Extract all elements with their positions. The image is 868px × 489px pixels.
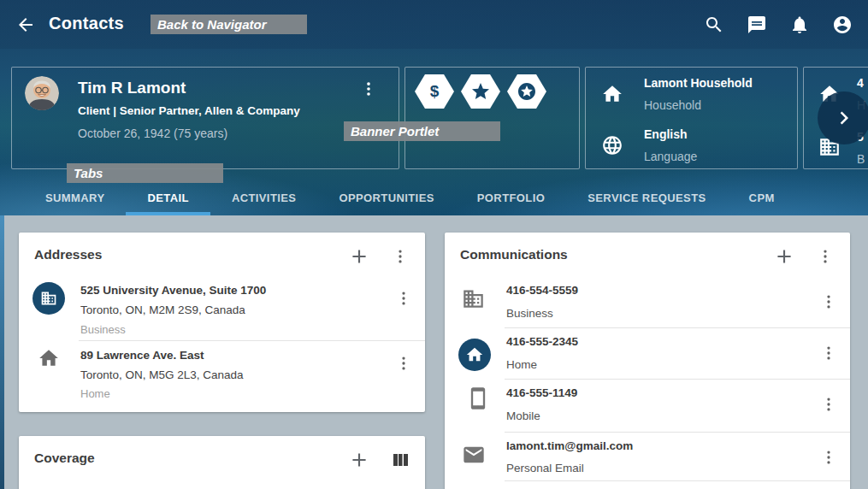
tab-opportunities[interactable]: OPPORTUNITIES [317, 180, 455, 215]
avatar[interactable] [25, 76, 59, 110]
contact-subtitle: Client | Senior Partner, Allen & Company [78, 104, 300, 117]
back-icon[interactable] [15, 15, 36, 35]
tab-summary[interactable]: SUMMARY [24, 180, 126, 215]
addresses-card: Addresses 525 University Avenue, Suite 1… [19, 233, 425, 412]
dollar-hexagon-icon[interactable]: $ [415, 74, 454, 109]
banner-header: Contacts [0, 0, 868, 215]
badge-row: $ [415, 74, 546, 109]
add-address-icon[interactable] [348, 245, 370, 268]
office-building-icon [462, 287, 485, 310]
communication-more-vert-icon[interactable] [819, 448, 838, 467]
email-icon [462, 443, 486, 467]
profile-card: Tim R Lamont Client | Senior Partner, Al… [11, 67, 399, 169]
chat-icon[interactable] [747, 15, 767, 35]
coverage-card: Coverage [19, 436, 425, 489]
row-divider [505, 379, 850, 380]
communication-type: Business [506, 307, 553, 320]
notifications-bell-icon[interactable] [789, 15, 810, 35]
phone-number: 416-555-1149 [506, 386, 577, 399]
address-line1: 525 University Avenue, Suite 1700 [80, 284, 266, 297]
row-divider [505, 480, 850, 481]
communications-more-vert-icon[interactable] [814, 245, 836, 268]
phone-number: 416-554-5559 [506, 284, 578, 297]
tab-detail[interactable]: DETAIL [126, 180, 210, 215]
smartphone-icon [466, 386, 490, 410]
annotation-tabs: Tabs [67, 163, 223, 183]
communication-more-vert-icon[interactable] [819, 344, 838, 362]
household-item[interactable]: Lamont Household Household [586, 75, 797, 123]
communications-card-title: Communications [460, 247, 568, 262]
add-coverage-icon[interactable] [348, 449, 370, 471]
communication-type: Personal Email [506, 462, 584, 474]
address-type: Home [80, 387, 110, 400]
addresses-card-title: Addresses [34, 247, 102, 262]
annotation-banner-portlet: Banner Portlet [344, 121, 500, 141]
coverage-card-actions [348, 449, 411, 471]
profile-more-vert-icon[interactable] [359, 80, 378, 98]
row-divider [79, 340, 425, 341]
tab-portfolio[interactable]: PORTFOLIO [456, 180, 566, 215]
communication-more-vert-icon[interactable] [819, 395, 838, 414]
account-icon[interactable] [832, 15, 853, 35]
home-icon [458, 339, 491, 371]
language-value: English [644, 127, 688, 141]
banner-portlet: Tim R Lamont Client | Senior Partner, Al… [11, 67, 868, 169]
view-columns-icon[interactable] [389, 449, 411, 471]
communications-card-actions [773, 245, 836, 268]
tab-cpm[interactable]: CPM [728, 180, 796, 215]
communications-card: Communications 416-554-5559 Business [445, 233, 850, 489]
app-bar: Contacts [0, 0, 868, 49]
badges-card: $ [404, 67, 580, 169]
star-hexagon-icon[interactable] [461, 74, 500, 109]
address-more-vert-icon[interactable] [394, 289, 413, 308]
row-divider [505, 432, 850, 433]
addresses-card-actions [348, 245, 411, 268]
household-value: Lamont Household [644, 76, 753, 90]
page-title: Contacts [49, 14, 124, 33]
annotation-back-to-navigator: Back to Navigator [151, 15, 307, 34]
appbar-actions [704, 15, 853, 35]
office-building-icon [32, 282, 65, 315]
address-line2: Toronto, ON, M2M 2S9, Canada [80, 303, 245, 316]
globe-icon [601, 134, 623, 156]
household-label: Household [644, 98, 701, 112]
row-divider [505, 327, 850, 328]
language-item[interactable]: English Language [586, 127, 797, 174]
language-label: Language [644, 150, 697, 163]
chevron-right-icon [831, 105, 857, 131]
communication-type: Mobile [506, 409, 540, 422]
star-circle-hexagon-icon[interactable] [507, 74, 546, 109]
peek-label: B [857, 152, 865, 166]
contact-name: Tim R Lamont [78, 79, 186, 97]
communication-type: Home [506, 358, 537, 371]
home-icon [601, 83, 623, 105]
banner-next-button[interactable] [818, 91, 868, 144]
tab-activities[interactable]: ACTIVITIES [210, 180, 318, 215]
coverage-card-title: Coverage [34, 451, 95, 466]
detail-content: Addresses 525 University Avenue, Suite 1… [0, 215, 868, 489]
address-type: Business [80, 323, 126, 336]
add-communication-icon[interactable] [773, 245, 795, 268]
search-icon[interactable] [704, 15, 724, 35]
address-line2: Toronto, ON, M5G 2L3, Canada [80, 368, 244, 381]
contact-birthdate: October 26, 1942 (75 years) [78, 127, 227, 140]
tab-service-requests[interactable]: SERVICE REQUESTS [566, 180, 727, 215]
addresses-more-vert-icon[interactable] [389, 245, 411, 268]
home-icon [38, 347, 60, 369]
email-address: lamont.tim@gmail.com [506, 439, 633, 452]
communication-more-vert-icon[interactable] [819, 292, 838, 311]
address-more-vert-icon[interactable] [394, 354, 413, 373]
address-line1: 89 Lawrence Ave. East [80, 349, 204, 362]
phone-number: 416-555-2345 [506, 335, 578, 348]
left-edge-strip [0, 215, 4, 489]
household-card: Lamont Household Household English Langu… [585, 67, 798, 169]
peek-value: 4 [857, 76, 864, 90]
tab-bar: SUMMARY DETAIL ACTIVITIES OPPORTUNITIES … [24, 180, 796, 215]
